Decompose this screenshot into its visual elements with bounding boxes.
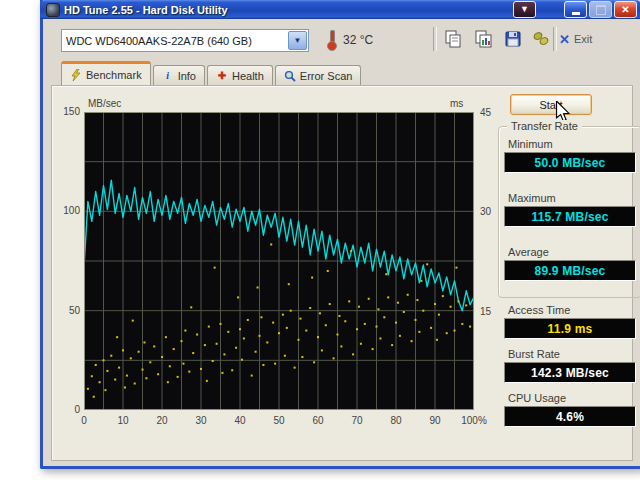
start-button[interactable]: Start	[510, 94, 592, 115]
y-right-tick: 45	[480, 107, 491, 118]
app-icon	[46, 3, 60, 17]
x-axis-tick: 70	[342, 415, 372, 426]
y-left-tick: 0	[54, 404, 80, 415]
y-left-tick: 100	[54, 205, 80, 216]
temperature-value: 32 °C	[343, 33, 373, 47]
exit-button[interactable]: ✕ Exit	[559, 29, 592, 49]
average-value: 89.9 MB/sec	[504, 260, 636, 281]
burst-rate-label: Burst Rate	[508, 348, 560, 360]
down-arrow-button[interactable]: ▼	[513, 1, 536, 18]
y-right-axis-title: ms	[450, 98, 463, 109]
client-area: WDC WD6400AAKS-22A7B (640 GB) ▼ 32 °C	[43, 19, 640, 466]
tab-error-scan[interactable]: Error Scan	[275, 65, 362, 85]
thermometer-icon	[327, 30, 336, 49]
info-icon: i	[162, 70, 174, 82]
exit-label: Exit	[574, 33, 592, 45]
tab-bar: Benchmark i Info ✚ Health Error Scan	[61, 64, 361, 85]
tab-error-scan-label: Error Scan	[300, 70, 353, 82]
copy-text-button[interactable]	[441, 27, 466, 51]
y-left-tick: 150	[54, 106, 80, 117]
toolbar-separator	[433, 27, 437, 51]
x-axis-tick: 10	[108, 415, 138, 426]
average-label: Average	[508, 246, 549, 258]
exit-x-icon: ✕	[559, 32, 570, 47]
y-right-tick: 30	[480, 206, 491, 217]
burst-rate-value: 142.3 MB/sec	[504, 362, 636, 383]
chevron-down-icon[interactable]: ▼	[288, 31, 307, 50]
cpu-usage-value: 4.6%	[504, 406, 636, 427]
x-axis-tick: 20	[147, 415, 177, 426]
minimize-glyph	[572, 12, 580, 15]
transfer-rate-title: Transfer Rate	[507, 120, 582, 132]
minimum-value: 50.0 MB/sec	[504, 152, 636, 173]
tab-benchmark[interactable]: Benchmark	[61, 61, 151, 85]
x-axis-tick: 90	[420, 415, 450, 426]
floppy-save-icon	[504, 30, 523, 48]
health-icon: ✚	[216, 70, 228, 82]
tab-info[interactable]: i Info	[153, 65, 205, 85]
maximum-label: Maximum	[508, 192, 556, 204]
x-axis-tick: 80	[381, 415, 411, 426]
x-axis-tick: 30	[186, 415, 216, 426]
x-axis-tick: 40	[225, 415, 255, 426]
access-time-value: 11.9 ms	[504, 318, 636, 339]
window-title: HD Tune 2.55 - Hard Disk Utility	[64, 4, 513, 16]
tab-health-label: Health	[232, 70, 264, 82]
x-axis-tick: 0	[69, 415, 99, 426]
copy-pages-icon	[444, 30, 463, 48]
save-screenshot-button[interactable]	[501, 27, 526, 51]
maximize-glyph	[596, 5, 606, 15]
close-button[interactable]: ✕	[614, 1, 637, 18]
options-button[interactable]	[529, 27, 554, 51]
y-right-tick: 15	[480, 306, 491, 317]
error-scan-icon	[284, 70, 296, 82]
x-axis-tick: 60	[303, 415, 333, 426]
desktop-wallpaper: HD Tune 2.55 - Hard Disk Utility ▼ ✕ WDC…	[0, 0, 640, 480]
options-icon	[532, 30, 551, 48]
cpu-usage-label: CPU Usage	[508, 392, 566, 404]
benchmark-icon	[70, 69, 82, 81]
tab-health[interactable]: ✚ Health	[207, 65, 273, 85]
title-bar[interactable]: HD Tune 2.55 - Hard Disk Utility ▼ ✕	[40, 0, 640, 19]
copy-screenshot-button[interactable]	[471, 27, 496, 51]
x-axis-tick: 50	[264, 415, 294, 426]
maximum-value: 115.7 MB/sec	[504, 206, 636, 227]
drive-select[interactable]: WDC WD6400AAKS-22A7B (640 GB) ▼	[61, 29, 309, 52]
tab-benchmark-label: Benchmark	[86, 69, 142, 81]
tab-info-label: Info	[178, 70, 196, 82]
app-window: HD Tune 2.55 - Hard Disk Utility ▼ ✕ WDC…	[40, 0, 640, 469]
y-left-axis-title: MB/sec	[88, 98, 121, 109]
benchmark-panel: MB/sec ms 150100500453015010203040506070…	[51, 85, 633, 461]
access-time-label: Access Time	[508, 304, 570, 316]
x-axis-tick: 100%	[459, 415, 489, 426]
maximize-button[interactable]	[589, 1, 612, 18]
copy-screenshot-icon	[474, 30, 493, 48]
minimize-button[interactable]	[564, 1, 587, 18]
y-left-tick: 50	[54, 305, 80, 316]
benchmark-plot	[84, 112, 474, 410]
toolbar-separator	[553, 27, 557, 51]
minimum-label: Minimum	[508, 138, 553, 150]
drive-select-value: WDC WD6400AAKS-22A7B (640 GB)	[62, 35, 288, 47]
